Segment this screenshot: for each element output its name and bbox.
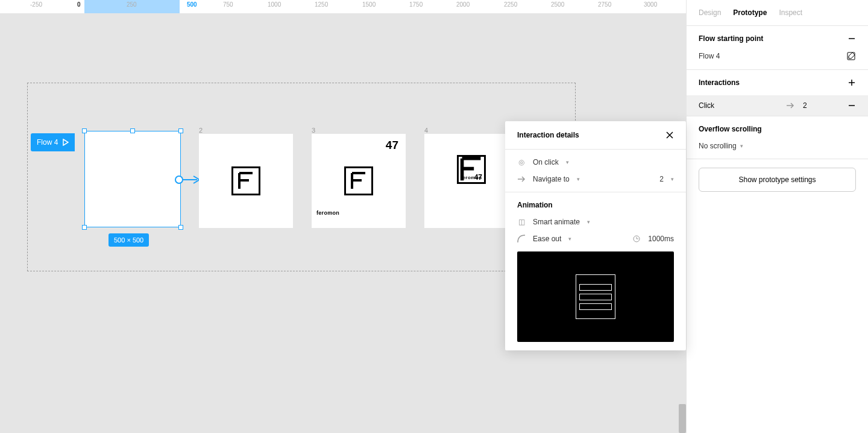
interactions-title: Interactions <box>699 78 740 87</box>
minus-icon[interactable] <box>848 101 856 110</box>
ruler-tick: 1500 <box>362 1 376 8</box>
animation-heading: Animation <box>517 201 674 209</box>
ruler-tick: 2250 <box>504 1 517 8</box>
svg-point-0 <box>175 176 183 183</box>
frame-4[interactable]: 47 feromon <box>424 134 518 228</box>
resize-handle-br[interactable] <box>178 225 183 230</box>
tab-prototype[interactable]: Prototype <box>733 8 767 17</box>
tab-design[interactable]: Design <box>699 8 721 17</box>
interaction-target: 2 <box>803 101 839 110</box>
close-icon[interactable] <box>665 131 674 139</box>
frame-1-selected[interactable] <box>84 131 181 227</box>
show-prototype-settings-button[interactable]: Show prototype settings <box>699 168 856 192</box>
preview-shape <box>576 274 615 319</box>
flow-section: Flow starting point Flow 4 <box>687 26 868 70</box>
frame-2[interactable] <box>199 134 293 228</box>
chevron-down-icon: ▾ <box>740 143 743 149</box>
action-dropdown[interactable]: Navigate to <box>533 175 570 183</box>
scrollbar[interactable] <box>679 404 686 433</box>
overflow-title: Overflow scrolling <box>699 125 762 133</box>
clock-icon <box>632 235 641 243</box>
tab-inspect[interactable]: Inspect <box>779 8 802 17</box>
chevron-down-icon: ▾ <box>587 219 590 225</box>
frame-4-subtext: feromon <box>461 175 482 180</box>
frame-3[interactable]: 47 feromon <box>312 134 406 228</box>
properties-sidebar: Design Prototype Inspect Flow starting p… <box>686 0 868 433</box>
ruler-tick: 500 <box>187 1 197 8</box>
ruler-tick: 250 <box>127 1 137 8</box>
ruler-tick: 1000 <box>268 1 281 8</box>
logo-f <box>344 166 373 195</box>
frame-2-label[interactable]: 2 <box>199 127 203 134</box>
interaction-trigger: Click <box>699 101 714 110</box>
overflow-value-dropdown[interactable]: No scrolling ▾ <box>699 142 856 150</box>
minus-icon[interactable] <box>848 34 856 43</box>
prototype-connector[interactable] <box>174 175 201 185</box>
ruler-tick: 1250 <box>315 1 328 8</box>
ruler-tick: 1750 <box>409 1 423 8</box>
horizontal-ruler[interactable]: -250025050075010001250150017502000225025… <box>0 0 686 13</box>
ruler-tick: -250 <box>30 1 42 8</box>
play-icon <box>63 139 69 146</box>
logo-f <box>231 166 260 195</box>
arrow-right-icon <box>786 103 794 109</box>
target-icon: ◎ <box>517 158 526 166</box>
popup-title: Interaction details <box>517 131 579 139</box>
animate-icon: ◫ <box>517 218 526 226</box>
frame-3-label[interactable]: 3 <box>312 127 315 134</box>
easing-dropdown[interactable]: Ease out <box>533 235 561 243</box>
animation-preview <box>517 251 674 342</box>
ruler-tick: 750 <box>223 1 233 8</box>
interaction-item[interactable]: Click 2 <box>687 95 868 116</box>
frame-4-label[interactable]: 4 <box>424 127 428 134</box>
animation-type-dropdown[interactable]: Smart animate <box>533 218 580 226</box>
overflow-section: Overflow scrolling No scrolling ▾ <box>687 116 868 159</box>
target-dropdown[interactable]: 2 <box>659 175 664 183</box>
resize-handle-tr[interactable] <box>178 128 183 133</box>
resize-handle-bl[interactable] <box>82 225 87 230</box>
flow-name[interactable]: Flow 4 <box>699 52 720 60</box>
interaction-details-panel[interactable]: Interaction details ◎ On click ▾ Navigat… <box>505 121 686 350</box>
ruler-tick: 2500 <box>551 1 564 8</box>
resize-handle-tl[interactable] <box>82 128 87 133</box>
flow-section-title: Flow starting point <box>699 34 763 43</box>
chevron-down-icon: ▾ <box>568 236 571 242</box>
trigger-dropdown[interactable]: On click <box>533 158 559 166</box>
frame-3-number: 47 <box>386 139 398 152</box>
sidebar-tabs: Design Prototype Inspect <box>687 0 868 26</box>
chevron-down-icon: ▾ <box>577 176 580 182</box>
chevron-down-icon: ▾ <box>566 159 569 165</box>
arrow-right-icon <box>517 175 526 183</box>
plus-icon[interactable] <box>848 78 856 87</box>
flow-label: Flow 4 <box>37 138 58 147</box>
flow-start-badge[interactable]: Flow 4 <box>31 133 75 151</box>
ruler-tick: 2000 <box>456 1 470 8</box>
edit-icon[interactable] <box>846 51 856 61</box>
chevron-down-icon: ▾ <box>671 176 674 182</box>
frame-3-subtext: feromon <box>316 210 339 216</box>
ruler-tick: 3000 <box>644 1 657 8</box>
duration-input[interactable]: 1000ms <box>648 235 674 243</box>
easing-curve-icon <box>517 235 526 243</box>
dimensions-badge: 500 × 500 <box>108 233 149 247</box>
interactions-section: Interactions Click 2 <box>687 70 868 116</box>
ruler-tick: 2750 <box>598 1 611 8</box>
resize-handle-tm[interactable] <box>130 128 135 133</box>
ruler-tick: 0 <box>77 1 81 8</box>
